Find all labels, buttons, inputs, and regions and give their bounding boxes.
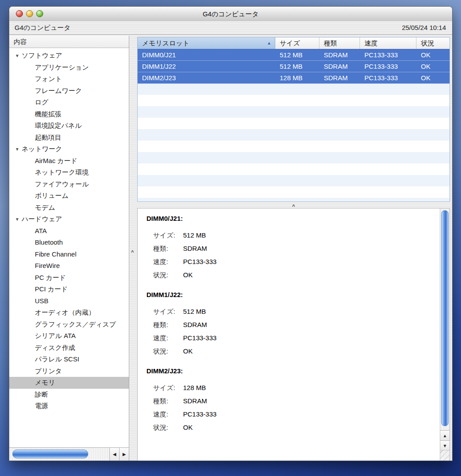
sidebar-item[interactable]: 起動項目 (9, 132, 129, 144)
desktop: G4のコンピュータ G4のコンピュータ 25/05/24 10:14 内容 ▼ソ… (0, 0, 461, 476)
sidebar-item[interactable]: グラフィックス／ディスプ (9, 319, 129, 331)
sidebar-item[interactable]: USB (9, 295, 129, 307)
detail-field: 状況:OK (146, 345, 440, 358)
sidebar-item[interactable]: オーディオ（内蔵） (9, 307, 129, 319)
table-cell: PC133-333 (360, 61, 416, 72)
sidebar-item[interactable]: FireWire (9, 260, 129, 272)
column-header[interactable]: 状況 (416, 37, 450, 49)
system-profiler-window: G4のコンピュータ G4のコンピュータ 25/05/24 10:14 内容 ▼ソ… (9, 6, 453, 461)
table-row[interactable]: DIMM1/J22512 MBSDRAMPC133-333OK (138, 61, 450, 72)
column-header-label: 速度 (364, 39, 378, 47)
table-cell: PC133-333 (360, 49, 416, 60)
sidebar-group-label: ソフトウェア (22, 52, 62, 59)
table-detail-splitter[interactable]: ^ (137, 202, 450, 208)
sidebar-item[interactable]: ログ (9, 97, 129, 108)
sidebar-item[interactable]: メモリ (9, 377, 129, 389)
sidebar-item[interactable]: ATA (9, 225, 129, 237)
detail-field: サイズ:512 MB (146, 229, 440, 242)
sidebar-item[interactable]: ディスク作成 (9, 342, 129, 354)
column-header[interactable]: 速度 (360, 37, 416, 49)
detail-field-label: サイズ: (153, 229, 183, 242)
sidebar-item[interactable]: Fibre Channel (9, 249, 129, 260)
table-row[interactable]: DIMM0/J21512 MBSDRAMPC133-333OK (138, 49, 450, 61)
table-cell: 512 MB (275, 61, 319, 72)
table-cell: PC133-333 (360, 72, 416, 83)
sidebar-item[interactable]: プリンタ (9, 365, 129, 377)
detail-field-value: SDRAM (183, 245, 207, 252)
detail-field-value: SDRAM (183, 397, 207, 405)
detail-field-label: サイズ: (153, 305, 183, 318)
column-header[interactable]: 種類 (319, 37, 360, 49)
detail-field: 速度:PC133-333 (146, 255, 440, 268)
table-cell: SDRAM (319, 72, 360, 83)
column-header[interactable]: メモリスロット▲ (138, 37, 275, 49)
disclosure-triangle-icon[interactable]: ▼ (15, 144, 21, 155)
detail-field-label: 状況: (153, 345, 183, 358)
sidebar-item[interactable]: 機能拡張 (9, 108, 129, 120)
contents-sidebar: 内容 ▼ソフトウェアアプリケーションフォントフレームワークログ機能拡張環境設定パ… (9, 36, 129, 461)
scroll-up-icon: ▲ (443, 433, 447, 438)
table-cell: SDRAM (319, 49, 360, 60)
sidebar-item[interactable]: Bluetooth (9, 237, 129, 249)
sidebar-item[interactable]: PCI カード (9, 283, 129, 295)
window-content: 内容 ▼ソフトウェアアプリケーションフォントフレームワークログ機能拡張環境設定パ… (9, 35, 452, 461)
horizontal-scroll-thumb[interactable] (12, 450, 88, 458)
sidebar-item[interactable]: アプリケーション (9, 62, 129, 74)
disclosure-triangle-icon[interactable]: ▼ (15, 214, 21, 225)
sidebar-item[interactable]: AirMac カード (9, 155, 129, 167)
scroll-left-button[interactable]: ◀ (109, 448, 119, 461)
sidebar-item[interactable]: モデム (9, 202, 129, 214)
detail-vertical-scrollbar[interactable]: ▲ ▼ (440, 208, 450, 461)
splitter-collapse-icon[interactable]: ^ (131, 249, 134, 255)
detail-pane: DIMM0/J21:サイズ:512 MB種類:SDRAM速度:PC133-333… (137, 208, 450, 461)
scroll-right-button[interactable]: ▶ (119, 448, 129, 461)
detail-field-value: PC133-333 (183, 334, 217, 342)
sidebar-item[interactable]: フォント (9, 73, 129, 85)
column-header-label: 状況 (421, 39, 434, 47)
column-header-label: メモリスロット (142, 39, 189, 47)
window-title: G4のコンピュータ (9, 7, 452, 21)
sidebar-group-row[interactable]: ▼ソフトウェア (9, 50, 129, 62)
scroll-down-button[interactable]: ▼ (440, 440, 450, 450)
sidebar-group-row[interactable]: ▼ハードウェア (9, 213, 129, 225)
table-cell: SDRAM (319, 61, 360, 72)
titlebar[interactable]: G4のコンピュータ (9, 7, 452, 22)
sidebar-item[interactable]: パラレル SCSI (9, 353, 129, 365)
table-row[interactable]: DIMM2/J23128 MBSDRAMPC133-333OK (138, 72, 450, 84)
sidebar-item[interactable]: ボリューム (9, 190, 129, 202)
scroll-up-button[interactable]: ▲ (440, 430, 450, 440)
table-header-row: メモリスロット▲サイズ種類速度状況 (138, 37, 450, 49)
detail-field-label: 速度: (153, 408, 183, 421)
resize-grip[interactable] (440, 450, 450, 461)
sidebar-item[interactable]: ファイアウォール (9, 178, 129, 190)
detail-field: 状況:OK (146, 421, 440, 434)
info-bar: G4のコンピュータ 25/05/24 10:14 (9, 21, 452, 35)
sidebar-item[interactable]: ネットワーク環境 (9, 167, 129, 178)
disclosure-triangle-icon[interactable]: ▼ (15, 50, 21, 62)
vertical-scroll-thumb[interactable] (441, 210, 449, 426)
sidebar-item[interactable]: 診断 (9, 389, 129, 401)
table-cell: 128 MB (275, 72, 319, 83)
sidebar-item[interactable]: 環境設定パネル (9, 120, 129, 132)
sidebar-header: 内容 (9, 36, 129, 48)
detail-field-label: 状況: (153, 268, 183, 282)
detail-field: 種類:SDRAM (146, 318, 440, 331)
sidebar-splitter[interactable]: ^ (129, 36, 137, 461)
sidebar-horizontal-scrollbar[interactable]: ◀ ▶ (9, 447, 129, 461)
sidebar-item[interactable]: フレームワーク (9, 85, 129, 97)
sidebar-item[interactable]: PC カード (9, 272, 129, 284)
scroll-right-icon: ▶ (123, 452, 126, 457)
sidebar-group-label: ネットワーク (22, 145, 62, 152)
sidebar-group-row[interactable]: ▼ネットワーク (9, 143, 129, 155)
column-header[interactable]: サイズ (275, 37, 319, 49)
table-cell: OK (416, 49, 450, 60)
computer-name: G4のコンピュータ (15, 21, 71, 34)
sidebar-item[interactable]: シリアル ATA (9, 330, 129, 342)
detail-field-value: PC133-333 (183, 410, 217, 418)
detail-section: DIMM0/J21:サイズ:512 MB種類:SDRAM速度:PC133-333… (146, 215, 440, 282)
column-header-label: サイズ (280, 39, 300, 47)
detail-field-label: 速度: (153, 331, 183, 345)
detail-field-label: 状況: (153, 421, 183, 434)
detail-field-label: 種類: (153, 242, 183, 255)
sidebar-item[interactable]: 電源 (9, 400, 129, 412)
